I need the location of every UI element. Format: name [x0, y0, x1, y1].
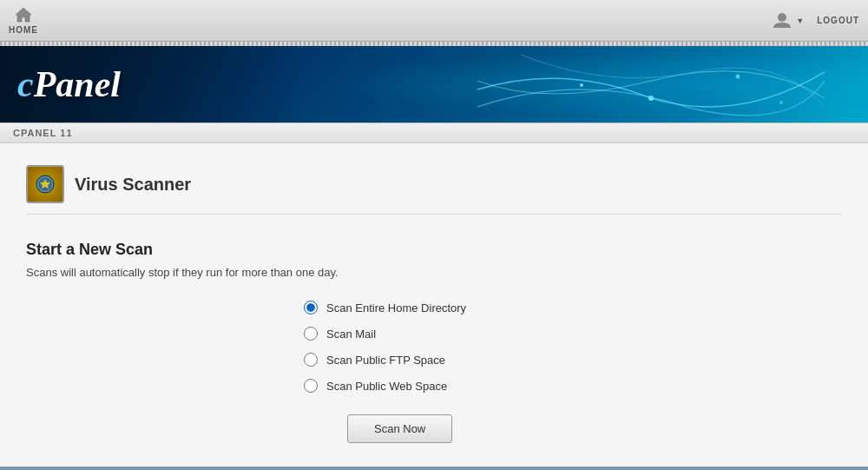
home-label: HOME: [9, 25, 38, 35]
radio-ftp-label: Scan Public FTP Space: [326, 354, 445, 367]
page-title: Virus Scanner: [75, 175, 191, 195]
radio-option-ftp[interactable]: Scan Public FTP Space: [304, 353, 842, 367]
home-icon: [14, 6, 33, 23]
user-menu[interactable]: ▼: [772, 10, 804, 31]
virus-scanner-icon: [26, 165, 64, 203]
radio-option-mail[interactable]: Scan Mail: [304, 327, 842, 341]
radio-mail-label: Scan Mail: [326, 328, 376, 341]
dropdown-arrow-icon: ▼: [796, 17, 804, 25]
user-icon: [772, 10, 792, 31]
scan-options: Scan Entire Home Directory Scan Mail Sca…: [304, 301, 842, 393]
radio-option-home[interactable]: Scan Entire Home Directory: [304, 301, 842, 314]
main-content: Virus Scanner Start a New Scan Scans wil…: [0, 143, 868, 467]
breadcrumb-label: CPANEL 11: [13, 128, 73, 138]
svg-point-5: [779, 101, 783, 104]
svg-point-1: [778, 13, 786, 22]
svg-point-4: [736, 75, 740, 79]
home-button[interactable]: HOME: [9, 6, 38, 35]
svg-point-2: [648, 96, 654, 101]
logout-button[interactable]: LOGOUT: [817, 16, 859, 25]
radio-option-web[interactable]: Scan Public Web Space: [304, 379, 842, 393]
toolbar-right: ▼ LOGOUT: [772, 10, 859, 31]
scan-now-button[interactable]: Scan Now: [347, 414, 452, 443]
scan-subtitle: Scans will automatically stop if they ru…: [26, 266, 842, 279]
page-title-section: Virus Scanner: [26, 165, 842, 215]
scan-now-container: Scan Now: [347, 414, 842, 443]
toolbar: HOME ▼ LOGOUT: [0, 0, 868, 42]
banner: cPanel: [0, 46, 868, 122]
radio-ftp[interactable]: [304, 353, 318, 367]
scan-heading: Start a New Scan: [26, 241, 842, 259]
radio-web[interactable]: [304, 379, 318, 393]
breadcrumb-bar: CPANEL 11: [0, 122, 868, 143]
radio-home[interactable]: [304, 301, 318, 314]
radio-mail[interactable]: [304, 327, 318, 341]
svg-marker-0: [16, 8, 31, 22]
banner-decoration: [477, 55, 825, 122]
radio-home-label: Scan Entire Home Directory: [326, 301, 466, 314]
cpanel-logo: cPanel: [17, 63, 121, 105]
radio-web-label: Scan Public Web Space: [326, 380, 447, 393]
scan-section: Start a New Scan Scans will automaticall…: [26, 228, 842, 456]
svg-point-3: [580, 83, 583, 87]
